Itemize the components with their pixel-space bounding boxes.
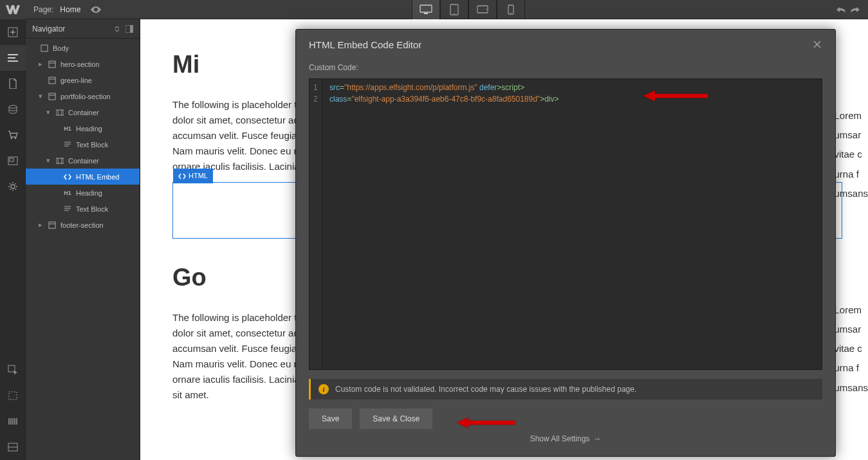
svg-point-3	[454, 13, 455, 14]
modal-close-button[interactable]	[812, 39, 822, 50]
tree-item-text-block[interactable]: Text Block	[26, 201, 140, 217]
spacing-icon	[8, 417, 18, 426]
rail-assets[interactable]	[0, 148, 26, 174]
section-icon	[48, 92, 57, 101]
svg-point-10	[10, 138, 12, 139]
rail-bottom-2[interactable]	[0, 383, 26, 409]
text-icon	[63, 205, 72, 214]
rail-settings[interactable]	[0, 174, 26, 199]
tree-item-label: green-line	[60, 77, 92, 84]
show-all-settings[interactable]: Show All Settings→	[309, 429, 822, 443]
warning-bar: i Custom code is not validated. Incorrec…	[309, 379, 822, 400]
tree-item-label: Heading	[76, 189, 102, 197]
page-icon	[8, 78, 17, 89]
webflow-logo-icon	[6, 5, 20, 14]
tree-item-footer-section[interactable]: ▸footer-section	[26, 217, 140, 233]
section-icon	[48, 76, 57, 85]
undo-redo	[828, 5, 868, 15]
svg-point-7	[510, 12, 511, 13]
tree-item-text-block[interactable]: Text Block	[26, 136, 140, 152]
svg-rect-21	[49, 61, 55, 68]
rail-navigator[interactable]	[0, 45, 26, 71]
device-tablet-landscape[interactable]	[468, 0, 497, 19]
rail-add[interactable]	[0, 19, 26, 45]
tree-item-heading[interactable]: H1Heading	[26, 120, 140, 136]
svg-rect-39	[49, 222, 55, 228]
embed-icon	[178, 173, 186, 179]
h1-icon: H1	[63, 124, 72, 133]
tree-item-html-embed[interactable]: HTML Embed	[26, 169, 140, 185]
grid-icon	[8, 443, 18, 452]
tree-item-label: footer-section	[60, 221, 104, 229]
tablet-landscape-icon	[477, 5, 488, 14]
rail-bottom-1[interactable]	[0, 357, 26, 383]
body-icon	[40, 44, 49, 53]
tree-carat[interactable]: ▾	[45, 108, 51, 116]
eye-icon[interactable]	[91, 6, 101, 13]
svg-rect-0	[420, 5, 432, 12]
info-icon: i	[319, 384, 329, 394]
svg-rect-16	[9, 392, 17, 400]
rail-pages[interactable]	[0, 71, 26, 97]
gear-icon	[8, 181, 18, 192]
rail-bottom-3[interactable]	[0, 409, 26, 434]
svg-rect-25	[49, 93, 55, 100]
device-mobile[interactable]	[497, 0, 525, 19]
tablet-icon	[450, 4, 459, 15]
section-icon	[48, 221, 57, 230]
page-label[interactable]: Page: Home	[26, 5, 109, 14]
line-gutter: 12	[309, 79, 322, 369]
tree-item-label: Heading	[76, 125, 102, 133]
svg-rect-1	[424, 13, 428, 14]
modal-title: HTML Embed Code Editor	[309, 39, 421, 50]
logo[interactable]	[0, 0, 26, 19]
navigator-header: Navigator	[26, 19, 140, 39]
section-icon	[48, 60, 57, 69]
tree-item-label: Container	[68, 157, 99, 165]
tree-carat[interactable]: ▸	[37, 60, 44, 68]
tree-item-hero-section[interactable]: ▸hero-section	[26, 56, 140, 72]
container-icon	[55, 156, 64, 165]
device-desktop[interactable]	[412, 0, 440, 19]
page-name: Home	[60, 5, 80, 14]
save-close-button[interactable]: Save & Close	[360, 409, 432, 429]
rail-cms[interactable]	[0, 97, 26, 122]
svg-rect-19	[130, 25, 133, 33]
tree-carat[interactable]: ▾	[37, 92, 44, 100]
code-content[interactable]: src="https://apps.elfsight.com/p/platfor…	[322, 79, 564, 369]
assets-icon	[8, 156, 18, 165]
html-embed-modal: HTML Embed Code Editor Custom Code: 12 s…	[295, 29, 836, 457]
undo-button[interactable]	[836, 5, 846, 15]
panel-toggle-icon[interactable]	[125, 25, 133, 33]
svg-point-14	[11, 185, 15, 189]
tree-item-body[interactable]: Body	[26, 40, 140, 56]
embed-icon	[63, 172, 72, 181]
tree-item-container[interactable]: ▾Container	[26, 152, 140, 169]
modal-actions: Save Save & Close	[309, 409, 822, 429]
arrow-right-icon: →	[593, 434, 601, 443]
redo-button[interactable]	[850, 5, 860, 15]
tree-item-label: Body	[53, 44, 69, 52]
svg-rect-27	[56, 110, 64, 115]
warning-text: Custom code is not validated. Incorrect …	[335, 385, 636, 394]
tree-item-heading[interactable]: H1Heading	[26, 185, 140, 201]
navigator-panel: Navigator Body▸hero-sectiongreen-line▾po…	[26, 19, 140, 460]
device-tablet[interactable]	[440, 0, 468, 19]
tree-item-container[interactable]: ▾Container	[26, 104, 140, 120]
tree-item-portfolio-section[interactable]: ▾portfolio-section	[26, 88, 140, 104]
svg-rect-13	[10, 158, 14, 161]
collapse-icon[interactable]	[114, 26, 120, 32]
save-button[interactable]: Save	[309, 409, 352, 429]
tree-item-green-line[interactable]: green-line	[26, 72, 140, 88]
tree-item-label: Text Block	[76, 205, 108, 213]
container-icon	[55, 108, 64, 117]
tree-carat[interactable]: ▾	[45, 156, 51, 165]
rail-bottom-4[interactable]	[0, 434, 26, 460]
rail-ecommerce[interactable]	[0, 122, 26, 148]
navigator-tree: Body▸hero-sectiongreen-line▾portfolio-se…	[26, 39, 140, 234]
list-icon	[8, 54, 18, 62]
code-editor[interactable]: 12 src="https://apps.elfsight.com/p/plat…	[309, 78, 822, 370]
tree-carat[interactable]: ▸	[37, 221, 44, 229]
plus-icon	[8, 27, 18, 37]
embed-label: HTML	[173, 169, 213, 184]
